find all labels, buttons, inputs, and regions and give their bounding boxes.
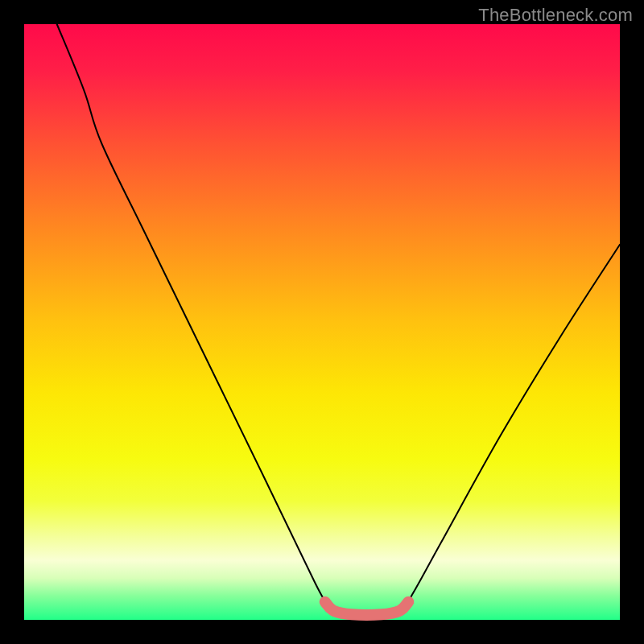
chart-background: [24, 24, 620, 620]
watermark-text: TheBottleneck.com: [478, 5, 633, 26]
bottleneck-chart: TheBottleneck.com: [0, 0, 644, 644]
chart-svg: [0, 0, 644, 644]
